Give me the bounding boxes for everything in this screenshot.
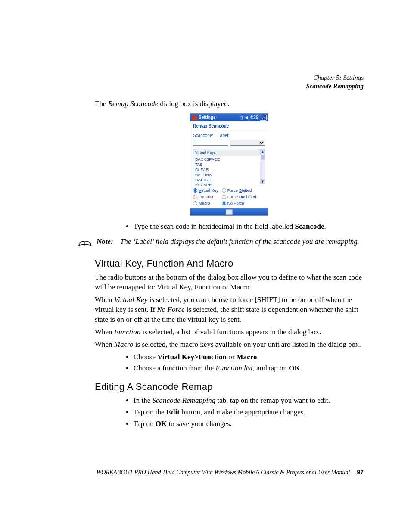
start-icon[interactable] — [192, 115, 197, 120]
signal-icon: ▯ — [240, 115, 243, 121]
note-block: Note: The ‘Label’ field displays the def… — [78, 237, 364, 250]
embedded-screenshot: Settings ▯ ◀ 4:29 ok Remap Scancode Scan… — [95, 113, 364, 216]
label-dropdown[interactable] — [230, 140, 265, 146]
list-item: Choose a function from the Function list… — [134, 364, 364, 373]
shift-force-group: Force Shifted Force Unshifted No Force — [222, 188, 256, 206]
list-item[interactable]: TAB — [195, 162, 263, 167]
list-item[interactable]: BACKSPACE — [195, 157, 263, 162]
section-label: Scancode Remapping — [306, 82, 364, 90]
page-footer: WORKABOUT PRO Hand-Held Computer With Wi… — [0, 469, 411, 476]
instruction-list: Choose Virtual Key>Function or Macro. Ch… — [95, 352, 364, 374]
scroll-thumb[interactable] — [261, 155, 265, 160]
device-dialog: Settings ▯ ◀ 4:29 ok Remap Scancode Scan… — [190, 113, 268, 216]
page-header: Chapter 5: Settings Scancode Remapping — [306, 73, 364, 91]
instruction-list: In the Scancode Remapping tab, tap on th… — [95, 396, 364, 429]
list-item: Tap on OK to save your changes. — [134, 419, 364, 429]
list-item[interactable]: RETURN — [195, 172, 263, 177]
radio-virtual-key[interactable]: Virtual Key — [193, 188, 218, 193]
sip-bar — [190, 208, 268, 215]
titlebar-title: Settings — [199, 115, 215, 121]
radio-groups: Virtual Key Function Macro Force Shifted… — [190, 187, 268, 208]
list-item[interactable]: ESCAPE — [195, 182, 263, 187]
note-label: Note: — [97, 237, 116, 247]
list-item: Type the scan code in hexidecimal in the… — [134, 222, 364, 232]
scroll-down-icon[interactable]: ▼ — [260, 179, 265, 184]
section-heading: Virtual Key, Function And Macro — [95, 257, 364, 270]
list-item: Choose Virtual Key>Function or Macro. — [134, 352, 364, 362]
volume-icon: ◀ — [245, 115, 248, 121]
list-item[interactable]: CAPITAL — [195, 177, 263, 183]
radio-macro[interactable]: Macro — [193, 201, 218, 206]
virtual-keys-list[interactable]: Virtual Keys BACKSPACE TAB CLEAR RETURN … — [193, 149, 265, 184]
ok-button[interactable]: ok — [260, 115, 267, 121]
radio-no-force[interactable]: No Force — [222, 201, 256, 206]
radio-force-shifted[interactable]: Force Shifted — [222, 188, 256, 193]
scancode-input[interactable] — [193, 140, 228, 146]
note-text: The ‘Label’ field displays the default f… — [120, 237, 359, 247]
chapter-label: Chapter 5: Settings — [306, 73, 364, 82]
remap-type-group: Virtual Key Function Macro — [193, 188, 218, 206]
radio-force-unshifted[interactable]: Force Unshifted — [222, 194, 256, 200]
page-content: The Remap Scancode dialog box is display… — [95, 99, 364, 429]
paragraph: When Function is selected, a list of val… — [95, 327, 364, 337]
radio-function[interactable]: Function — [193, 194, 218, 200]
paragraph: When Virtual Key is selected, you can ch… — [95, 295, 364, 325]
section-heading: Editing A Scancode Remap — [95, 380, 364, 393]
list-item[interactable]: CLEAR — [195, 167, 263, 172]
scancode-form: Scancode: Label: — [190, 131, 268, 146]
list-item: Tap on the Edit button, and make the app… — [134, 408, 364, 417]
scrollbar[interactable]: ▲ ▼ — [260, 149, 265, 184]
scancode-field-label: Scancode: — [193, 133, 213, 139]
paragraph: The radio buttons at the bottom of the d… — [95, 273, 364, 292]
clock: 4:29 — [250, 115, 258, 121]
book-icon — [78, 237, 92, 250]
list-header: Virtual Keys — [193, 149, 265, 156]
keyboard-icon[interactable] — [226, 209, 233, 215]
page-number: 97 — [357, 469, 364, 476]
intro-line: The Remap Scancode dialog box is display… — [95, 99, 364, 109]
instruction-list: Type the scan code in hexidecimal in the… — [95, 222, 364, 232]
scroll-up-icon[interactable]: ▲ — [260, 149, 265, 154]
paragraph: When Macro is selected, the macro keys a… — [95, 340, 364, 350]
footer-text: WORKABOUT PRO Hand-Held Computer With Wi… — [97, 469, 350, 476]
label-field-label: Label: — [218, 133, 229, 139]
list-item: In the Scancode Remapping tab, tap on th… — [134, 396, 364, 406]
dialog-title: Remap Scancode — [190, 121, 268, 131]
titlebar: Settings ▯ ◀ 4:29 ok — [190, 114, 268, 121]
